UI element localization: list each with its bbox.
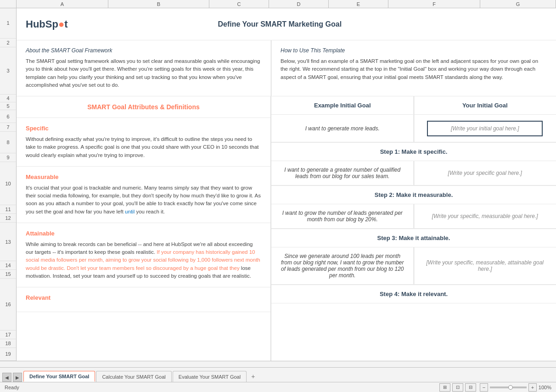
col-header-g: G	[480, 0, 556, 8]
info-right: How to Use This Template Below, you'll f…	[271, 40, 556, 96]
column-headers: A B C D E F G	[0, 0, 556, 8]
grid-area: 1 2 3 4 5 6 7 8 9 10 11 12 13 14 15 16 1…	[0, 8, 556, 361]
col-header-e: E	[329, 0, 388, 8]
initial-example-cell: I want to generate more leads.	[271, 115, 414, 142]
attainable-text: While aiming to break records can be ben…	[26, 241, 261, 280]
row-num-17: 17	[0, 330, 16, 339]
tab-bar: ◀ ▶ Define Your SMART Goal Calculate You…	[0, 367, 556, 382]
step2-header: Step 2: Make it measurable.	[271, 185, 556, 204]
step1-title: Step 1: Make it specific.	[278, 148, 549, 155]
step3-example: Since we generate around 100 leads per m…	[271, 247, 414, 284]
tab-define-smart-goal[interactable]: Define Your SMART Goal	[23, 371, 95, 382]
row-num-4: 4	[0, 95, 16, 102]
initial-goal-row: I want to generate more leads. [Write yo…	[271, 115, 556, 142]
status-text: Ready	[5, 385, 19, 390]
step1-placeholder: [Write your specific goal here.]	[448, 170, 522, 176]
row-num-1: 1	[0, 8, 16, 39]
attainable-section: Attainable While aiming to break records…	[17, 223, 270, 287]
row-num-16: 16	[0, 279, 16, 330]
page-view-btn[interactable]: ⊡	[452, 383, 463, 392]
row-num-7: 7	[0, 123, 16, 132]
row-num-12: 12	[0, 214, 16, 223]
row-num-2: 2	[0, 39, 16, 47]
left-content: SMART Goal Attributes & Definitions Spec…	[17, 96, 271, 361]
initial-example-text: I want to generate more leads.	[305, 125, 380, 132]
how-to-text: Below, you'll find an example of a SMART…	[281, 57, 547, 81]
row-num-15: 15	[0, 270, 16, 279]
example-col-header: Example Initial Goal	[271, 96, 414, 114]
zoom-minus-btn[interactable]: −	[480, 383, 488, 392]
step1-your[interactable]: [Write your specific goal here.]	[414, 161, 556, 185]
col-header-d: D	[269, 0, 329, 8]
specific-title: Specific	[26, 125, 261, 132]
row-num-9: 9	[0, 153, 16, 162]
row-num-14: 14	[0, 261, 16, 270]
measurable-title: Measurable	[26, 174, 261, 180]
step1-example-text: I want to generate a greater number of q…	[278, 167, 407, 179]
step1-example: I want to generate a greater number of q…	[271, 161, 414, 185]
add-sheet-btn[interactable]: +	[247, 371, 258, 382]
measurable-section: Measurable It's crucial that your goal i…	[17, 167, 270, 223]
col-header-b: B	[108, 0, 209, 8]
tab-prev-btn[interactable]: ◀	[2, 373, 11, 382]
hubspot-logo: HubSp●t	[26, 18, 68, 30]
grid-view-btn[interactable]: ⊞	[439, 383, 450, 392]
row-num-11: 11	[0, 205, 16, 214]
measurable-link: until	[125, 209, 135, 214]
step2-example-text: I want to grow the number of leads gener…	[278, 210, 407, 223]
step3-header: Step 3: Make it attainable.	[271, 229, 556, 247]
tab-calculate-smart-goal[interactable]: Calculate Your SMART Goal	[96, 371, 171, 382]
col-header-c: C	[209, 0, 269, 8]
step2-your[interactable]: [Write your specific, measurable goal he…	[414, 204, 556, 228]
app-shell: A B C D E F G 1 2 3 4 5 6 7 8 9 10 11 12…	[0, 0, 556, 392]
attainable-title: Attainable	[26, 230, 261, 237]
sheet-content: HubSp●t Define Your SMART Marketing Goal…	[17, 8, 556, 361]
row-num-5: 5	[0, 102, 16, 110]
row-num-18: 18	[0, 339, 16, 348]
row-numbers: 1 2 3 4 5 6 7 8 9 10 11 12 13 14 15 16 1…	[0, 8, 17, 361]
attributes-title: SMART Goal Attributes & Definitions	[87, 103, 199, 111]
step2-row: I want to grow the number of leads gener…	[271, 204, 556, 229]
zoom-slider-thumb	[508, 385, 513, 390]
col-header-a: A	[17, 0, 108, 8]
about-heading: About the SMART Goal Framework	[26, 47, 262, 54]
info-section: About the SMART Goal Framework The SMART…	[17, 40, 556, 96]
row-num-13: 13	[0, 223, 16, 262]
step2-placeholder: [Write your specific, measurable goal he…	[432, 213, 538, 219]
step3-placeholder: [Write your specific, measurable, attain…	[421, 259, 550, 272]
initial-goal-input[interactable]: [Write your initial goal here.]	[427, 121, 543, 136]
step4-header: Step 4: Make it relevant.	[271, 285, 556, 303]
row-num-19: 19	[0, 348, 16, 361]
step3-your[interactable]: [Write your specific, measurable, attain…	[414, 247, 556, 284]
tab-evaluate-smart-goal[interactable]: Evaluate Your SMART Goal	[173, 371, 247, 382]
tab-next-btn[interactable]: ▶	[13, 373, 22, 382]
specific-text: Without defining exactly what you're try…	[26, 135, 261, 159]
layout-view-btn[interactable]: ⊟	[465, 383, 476, 392]
horizontal-scroll[interactable]	[0, 361, 556, 367]
your-col-header: Your Initial Goal	[414, 96, 556, 114]
initial-your-cell[interactable]: [Write your initial goal here.]	[414, 115, 556, 142]
page-main-title: Define Your SMART Marketing Goal	[218, 20, 342, 28]
zoom-level: 100%	[539, 385, 551, 390]
step3-row: Since we generate around 100 leads per m…	[271, 247, 556, 285]
zoom-plus-btn[interactable]: +	[528, 383, 537, 392]
zoom-slider[interactable]	[490, 386, 527, 388]
step1-row: I want to generate a greater number of q…	[271, 161, 556, 185]
step3-title: Step 3: Make it attainable.	[278, 235, 549, 241]
measurable-text: It's crucial that your goal is trackable…	[26, 184, 261, 216]
corner-cell	[0, 0, 17, 8]
relevant-title: Relevant	[26, 294, 261, 301]
right-content: Example Initial Goal Your Initial Goal I…	[271, 96, 556, 361]
status-bar: Ready ⊞ ⊡ ⊟ − + 100%	[0, 382, 556, 392]
specific-section: Specific Without defining exactly what y…	[17, 118, 270, 167]
row-num-8: 8	[0, 132, 16, 153]
row-num-10: 10	[0, 162, 16, 205]
about-text: The SMART goal setting framework allows …	[26, 57, 262, 89]
view-buttons: ⊞ ⊡ ⊟	[439, 383, 476, 392]
header-row: HubSp●t Define Your SMART Marketing Goal	[17, 8, 556, 40]
row-num-6: 6	[0, 110, 16, 123]
col-header-f: F	[388, 0, 480, 8]
step2-example: I want to grow the number of leads gener…	[271, 204, 414, 228]
relevant-section: Relevant	[17, 287, 270, 312]
attainable-orange: If your company has historically gained …	[26, 249, 260, 271]
